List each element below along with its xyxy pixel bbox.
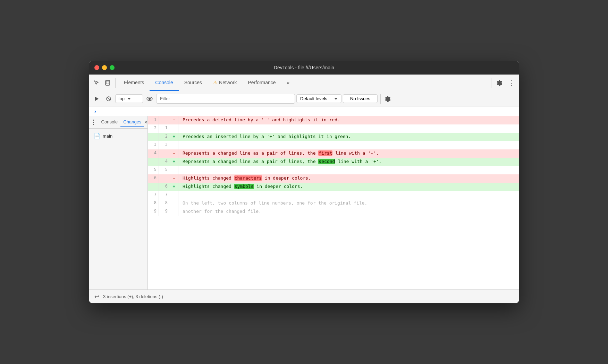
svg-line-4: [107, 97, 110, 100]
line-num-new: 8: [159, 199, 170, 208]
device-toolbar-button[interactable]: [103, 78, 112, 88]
status-text: 3 insertions (+), 3 deletions (-): [103, 294, 163, 299]
tab-performance[interactable]: Performance: [242, 75, 281, 91]
diff-content: another for the changed file.: [178, 208, 519, 216]
line-num-orig: 2: [148, 124, 159, 133]
diff-marker: +: [170, 133, 178, 141]
line-num-orig: 6: [148, 174, 159, 183]
filter-input[interactable]: [156, 94, 295, 104]
svg-marker-8: [334, 98, 338, 100]
undo-icon[interactable]: ↩: [94, 293, 99, 300]
line-num-new: [159, 149, 170, 158]
run-button[interactable]: [92, 94, 102, 104]
toolbar-icons: [92, 78, 116, 88]
diff-content: Precedes a deleted line by a '-' and hig…: [178, 116, 519, 124]
console-prompt-row: ›: [89, 106, 519, 116]
diff-row: 88On the left, two columns of line numbe…: [148, 199, 519, 208]
title-bar: DevTools - file:///Users/main: [89, 61, 519, 75]
diff-content: Highlights changed symbols in deeper col…: [178, 183, 519, 191]
diff-content: On the left, two columns of line numbers…: [178, 199, 519, 208]
bottom-section: Console Changes × 📄 main 1-Precedes a de…: [89, 116, 519, 289]
diff-marker: [170, 199, 178, 208]
panel-close-button[interactable]: ×: [144, 119, 147, 126]
prompt-arrow: ›: [92, 107, 99, 115]
no-issues-button[interactable]: No Issues: [343, 94, 378, 103]
diff-content: Precedes an inserted line by a '+' and h…: [178, 133, 519, 141]
diff-marker: -: [170, 149, 178, 158]
tab-console[interactable]: Console: [150, 75, 178, 91]
diff-marker: +: [170, 158, 178, 166]
diff-row: 2+Precedes an inserted line by a '+' and…: [148, 133, 519, 141]
line-num-orig: 8: [148, 199, 159, 208]
tab-list: Elements Console Sources ⚠ Network Perfo…: [118, 75, 491, 91]
file-item-main[interactable]: 📄 main: [92, 131, 145, 141]
close-button[interactable]: [94, 65, 99, 70]
window-title: DevTools - file:///Users/main: [274, 65, 334, 70]
diff-row: 55: [148, 166, 519, 174]
highlight-del: characters: [234, 175, 262, 181]
diff-marker: [170, 208, 178, 216]
line-num-orig: [148, 158, 159, 166]
line-num-new: 7: [159, 191, 170, 199]
more-options-button[interactable]: ⋮: [507, 78, 516, 88]
console-settings-button[interactable]: [382, 94, 392, 104]
diff-row: 4-Represents a changed line as a pair of…: [148, 149, 519, 158]
highlight-ins: second: [318, 159, 335, 164]
line-num-orig: 7: [148, 191, 159, 199]
diff-row: 6+Highlights changed symbols in deeper c…: [148, 183, 519, 191]
clear-messages-button[interactable]: [103, 94, 114, 104]
settings-button[interactable]: [494, 78, 504, 88]
diff-content: [178, 124, 519, 133]
highlight-del: first: [318, 150, 332, 156]
network-warning-icon: ⚠: [213, 80, 218, 85]
diff-row: 6-Highlights changed characters in deepe…: [148, 174, 519, 183]
diff-marker: -: [170, 174, 178, 183]
highlight-ins: symbols: [234, 184, 254, 189]
line-num-new: 1: [159, 124, 170, 133]
diff-content: [178, 141, 519, 149]
tab-elements[interactable]: Elements: [118, 75, 150, 91]
diff-marker: [170, 166, 178, 174]
file-list: 📄 main: [89, 129, 147, 144]
diff-row: 4+Represents a changed line as a pair of…: [148, 158, 519, 166]
panel-more-icon[interactable]: [92, 118, 96, 127]
panel-tab-console[interactable]: Console: [99, 118, 121, 127]
diff-content: [178, 191, 519, 199]
diff-row: 1-Precedes a deleted line by a '-' and h…: [148, 116, 519, 124]
panel-tab-changes[interactable]: Changes: [120, 118, 144, 127]
diff-marker: -: [170, 116, 178, 124]
line-num-new: [159, 116, 170, 124]
tab-more[interactable]: »: [281, 75, 295, 91]
toolbar-right: ⋮: [491, 78, 516, 88]
status-bar: ↩ 3 insertions (+), 3 deletions (-): [89, 289, 519, 303]
levels-dropdown[interactable]: Default levels: [296, 94, 341, 103]
diff-row: 33: [148, 141, 519, 149]
diff-content: Represents a changed line as a pair of l…: [178, 149, 519, 158]
panel-tab-header: Console Changes ×: [89, 116, 147, 129]
tab-network[interactable]: ⚠ Network: [208, 75, 242, 91]
top-dropdown[interactable]: top: [115, 94, 143, 103]
line-num-orig: 4: [148, 149, 159, 158]
line-num-new: 5: [159, 166, 170, 174]
diff-marker: +: [170, 183, 178, 191]
inspect-element-button[interactable]: [92, 78, 101, 88]
line-num-orig: [148, 183, 159, 191]
svg-rect-1: [106, 81, 109, 84]
line-num-orig: [148, 133, 159, 141]
tab-sources[interactable]: Sources: [179, 75, 208, 91]
diff-content: [178, 166, 519, 174]
line-num-orig: 9: [148, 208, 159, 216]
eye-button[interactable]: [144, 94, 155, 104]
file-icon: 📄: [94, 133, 101, 139]
minimize-button[interactable]: [102, 65, 107, 70]
line-num-new: 6: [159, 183, 170, 191]
diff-panel: 1-Precedes a deleted line by a '-' and h…: [148, 116, 519, 289]
svg-marker-5: [127, 98, 131, 100]
diff-row: 77: [148, 191, 519, 199]
svg-point-7: [149, 98, 151, 99]
diff-row: 99another for the changed file.: [148, 208, 519, 216]
line-num-new: [159, 174, 170, 183]
traffic-lights: [94, 65, 115, 70]
svg-marker-2: [95, 97, 99, 101]
maximize-button[interactable]: [110, 65, 115, 70]
